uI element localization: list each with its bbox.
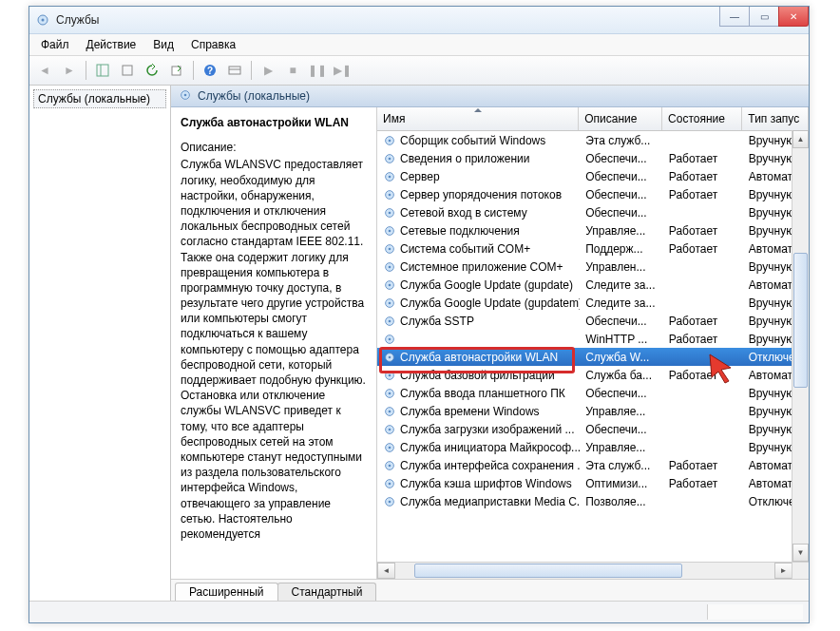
restart-service-button[interactable]: ▶❚ (331, 59, 353, 82)
selected-service-title: Служба автонастройки WLAN (181, 115, 367, 130)
service-row[interactable]: Сведения о приложенииОбеспечи...Работает… (377, 149, 809, 167)
service-desc-cell: Служба W... (580, 351, 663, 364)
gear-icon (383, 278, 396, 292)
scroll-left-button[interactable]: ◄ (377, 563, 395, 579)
service-name-cell: Служба Google Update (gupdate) (377, 278, 580, 292)
start-service-button[interactable]: ▶ (257, 59, 279, 82)
vertical-scrollbar[interactable]: ▲ ▼ (792, 130, 809, 562)
scroll-right-button[interactable]: ► (774, 563, 792, 579)
service-desc-cell: WinHTTP ... (580, 333, 663, 346)
service-row[interactable]: Сетевые подключенияУправляе...РаботаетВр… (377, 221, 809, 239)
service-row[interactable]: Служба времени WindowsУправляе...Вручную (377, 402, 809, 420)
maximize-button[interactable]: ▭ (749, 7, 779, 27)
service-desc-cell: Оптимизи... (580, 477, 663, 490)
service-name-cell: Сведения о приложении (377, 152, 580, 165)
svg-point-27 (389, 265, 391, 268)
service-desc-cell: Поддерж... (580, 242, 663, 256)
service-row[interactable]: Служба загрузки изображений ...Обеспечи.… (377, 420, 809, 438)
toolbar-btn-extra[interactable] (223, 59, 246, 82)
svg-point-33 (389, 319, 391, 322)
service-name-cell: Сетевой вход в систему (377, 206, 580, 220)
service-desc-cell: Управлен... (580, 260, 663, 274)
column-status[interactable]: Состояние (662, 107, 742, 130)
minimize-button[interactable]: — (719, 7, 750, 27)
service-status-cell: Работает (663, 242, 743, 256)
svg-point-19 (389, 193, 391, 196)
tab-standard[interactable]: Стандартный (277, 583, 377, 601)
service-row[interactable]: Служба базовой фильтрацииСлужба ба...Раб… (377, 366, 809, 384)
service-name-cell: Служба базовой фильтрации (377, 369, 580, 382)
svg-point-35 (389, 337, 391, 340)
menu-view[interactable]: Вид (145, 36, 181, 53)
service-desc-cell: Обеспечи... (580, 387, 663, 400)
scroll-down-button[interactable]: ▼ (792, 544, 809, 562)
service-row[interactable]: Служба инициатора Майкрософ...Управляе..… (377, 438, 809, 456)
help-button[interactable]: ? (199, 59, 221, 82)
service-name-cell: Сборщик событий Windows (377, 134, 580, 147)
service-name-cell: Служба времени Windows (377, 405, 580, 418)
back-button[interactable]: ◄ (33, 59, 56, 82)
service-row[interactable]: Служба ввода планшетного ПКОбеспечи...Вр… (377, 384, 809, 402)
service-status-cell: Работает (663, 369, 743, 382)
service-row[interactable]: Сетевой вход в системуОбеспечи...Вручную (377, 203, 809, 221)
export-button[interactable] (165, 59, 188, 82)
right-pane-header: Службы (локальные) (171, 86, 809, 107)
gear-icon (383, 206, 396, 220)
service-row[interactable]: Служба SSTPОбеспечи...РаботаетВручную (377, 312, 809, 330)
service-desc-cell: Служба ба... (580, 369, 663, 382)
horizontal-scrollbar[interactable]: ◄ ► (377, 562, 792, 579)
scroll-up-button[interactable]: ▲ (792, 130, 809, 148)
service-status-cell: Работает (663, 170, 743, 183)
forward-button[interactable]: ► (58, 59, 81, 82)
stop-service-button[interactable]: ■ (281, 59, 304, 82)
service-row[interactable]: Сервер упорядочения потоковОбеспечи...Ра… (377, 185, 809, 203)
column-startup[interactable]: Тип запус (742, 107, 809, 130)
service-row[interactable]: Системное приложение COM+Управлен...Вруч… (377, 258, 809, 276)
service-row[interactable]: WinHTTP ...РаботаетВручную (377, 330, 809, 348)
service-row[interactable]: Служба медиаприставки Media C...Позволяе… (377, 492, 809, 510)
service-row[interactable]: Служба интерфейса сохранения ...Эта служ… (377, 456, 809, 474)
service-row[interactable]: Служба кэша шрифтов WindowsОптимизи...Ра… (377, 474, 809, 492)
column-name[interactable]: Имя (377, 107, 579, 130)
service-desc-cell: Позволяе... (580, 495, 663, 508)
service-status-cell: Работает (663, 459, 743, 472)
close-button[interactable]: ✕ (778, 7, 809, 27)
service-name-cell: Служба Google Update (gupdatem) (377, 296, 580, 310)
gear-icon (383, 369, 396, 382)
menu-action[interactable]: Действие (79, 36, 144, 53)
service-row[interactable]: Служба Google Update (gupdatem)Следите з… (377, 294, 809, 312)
gear-icon (383, 242, 396, 256)
properties-button[interactable] (116, 59, 139, 82)
show-hide-tree-button[interactable] (91, 59, 114, 82)
toolbar: ◄ ► ? ▶ ■ ❚❚ ▶❚ (29, 56, 809, 86)
pause-service-button[interactable]: ❚❚ (306, 59, 329, 82)
scroll-thumb-h[interactable] (414, 564, 682, 578)
menu-help[interactable]: Справка (183, 36, 243, 53)
service-row[interactable]: Служба автонастройки WLANСлужба W...Откл… (377, 348, 809, 366)
service-row[interactable]: Сборщик событий WindowsЭта служб...Вручн… (377, 131, 809, 149)
service-row[interactable]: Служба Google Update (gupdate)Следите за… (377, 276, 809, 294)
svg-rect-2 (97, 65, 108, 76)
service-name-cell: Служба автонастройки WLAN (377, 351, 580, 364)
service-row[interactable]: Система событий COM+Поддерж...РаботаетАв… (377, 239, 809, 258)
gear-icon (383, 495, 396, 508)
column-description[interactable]: Описание (579, 107, 662, 130)
right-pane-header-label: Службы (локальные) (198, 89, 310, 103)
svg-point-45 (389, 428, 391, 430)
service-row[interactable]: СерверОбеспечи...РаботаетАвтомати (377, 167, 809, 185)
gear-icon (383, 477, 396, 490)
gear-icon (383, 224, 396, 238)
scroll-thumb[interactable] (793, 253, 808, 388)
refresh-button[interactable] (141, 59, 163, 82)
svg-point-37 (389, 355, 391, 358)
gear-icon (383, 188, 396, 201)
menu-file[interactable]: Файл (33, 36, 77, 53)
tree-root-services[interactable]: Службы (локальные) (33, 89, 166, 108)
titlebar[interactable]: Службы — ▭ ✕ (29, 7, 809, 34)
svg-point-39 (389, 373, 391, 376)
svg-point-31 (389, 301, 391, 304)
service-desc-cell: Обеспечи... (580, 188, 663, 201)
service-status-cell: Работает (663, 315, 743, 328)
description-label: Описание: (181, 140, 367, 155)
tab-extended[interactable]: Расширенный (175, 583, 278, 601)
